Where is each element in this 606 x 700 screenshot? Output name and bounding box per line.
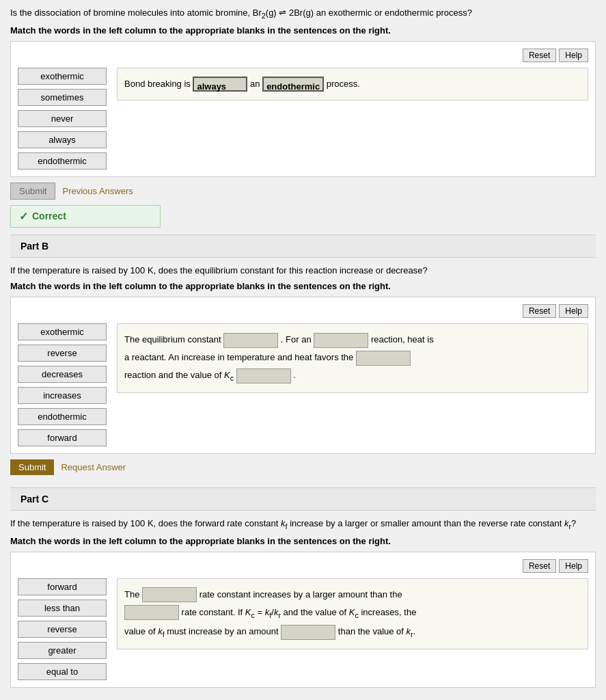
part-c-reset-button[interactable]: Reset	[523, 559, 556, 573]
part-b-blank-2[interactable]	[314, 333, 368, 348]
part-b-body: If the temperature is raised by 100 K, d…	[10, 258, 596, 487]
part-a-submit-button[interactable]: Submit	[10, 183, 55, 200]
word-always-a[interactable]: always	[18, 131, 107, 148]
part-b-word-list: exothermic reverse decreases increases e…	[18, 323, 107, 446]
part-c-sentence-block: The rate constant increases by a larger …	[117, 578, 588, 650]
part-c-sentence-area: The rate constant increases by a larger …	[117, 578, 588, 650]
part-b-content: exothermic reverse decreases increases e…	[18, 323, 588, 446]
part-c-question: If the temperature is raised by 100 K, d…	[10, 517, 596, 532]
part-a-sentence-area: Bond breaking is always an endothermic p…	[117, 68, 588, 100]
word-endothermic-a[interactable]: endothermic	[18, 152, 107, 170]
part-c-content: forward less than reverse greater equal …	[18, 578, 588, 680]
part-b-sentence-block: The equilibrium constant . For an reacti…	[117, 323, 588, 393]
part-b-question: If the temperature is raised by 100 K, d…	[10, 265, 596, 277]
part-b-instruction: Match the words in the left column to th…	[10, 281, 596, 291]
part-c-blank-1[interactable]	[142, 587, 197, 602]
part-c-drag-drop-box: Reset Help forward less than reverse gre…	[10, 552, 596, 688]
part-c-body: If the temperature is raised by 100 K, d…	[10, 511, 596, 700]
question-header: Is the dissociation of bromine molecules…	[10, 7, 596, 21]
word-exothermic-b[interactable]: exothermic	[18, 323, 107, 340]
part-b-request-answer-link[interactable]: Request Answer	[61, 462, 126, 472]
part-a-submit-row: Submit Previous Answers	[10, 183, 596, 200]
part-c-instruction: Match the words in the left column to th…	[10, 536, 596, 546]
part-c-header: Part C	[10, 487, 596, 511]
part-c-blank-3[interactable]	[281, 625, 335, 640]
word-equal-to-c[interactable]: equal to	[18, 663, 107, 680]
part-a-reset-button[interactable]: Reset	[523, 49, 556, 62]
part-b-header: Part B	[10, 234, 596, 258]
page-container: Is the dissociation of bromine molecules…	[0, 0, 606, 700]
part-c-label: Part C	[20, 494, 49, 504]
part-a-content: exothermic sometimes never always endoth…	[18, 68, 588, 170]
word-sometimes-a[interactable]: sometimes	[18, 89, 107, 106]
word-less-than-c[interactable]: less than	[18, 600, 107, 617]
word-reverse-b[interactable]: reverse	[18, 345, 107, 362]
part-a-instruction: Match the words in the left column to th…	[10, 25, 596, 36]
word-endothermic-b[interactable]: endothermic	[18, 408, 107, 425]
word-exothermic-a[interactable]: exothermic	[18, 68, 107, 85]
part-b-submit-button[interactable]: Submit	[10, 459, 54, 475]
part-b-blank-4[interactable]	[236, 368, 291, 383]
part-a-blank-1[interactable]: always	[193, 77, 247, 92]
word-forward-c[interactable]: forward	[18, 578, 107, 595]
word-reverse-c[interactable]: reverse	[18, 621, 107, 638]
word-greater-c[interactable]: greater	[18, 642, 107, 659]
part-a-previous-answers-link[interactable]: Previous Answers	[62, 186, 133, 196]
part-b-blank-3[interactable]	[356, 351, 411, 366]
part-c-help-button[interactable]: Help	[559, 559, 588, 573]
part-a-word-list: exothermic sometimes never always endoth…	[18, 68, 107, 170]
part-a-toolbar: Reset Help	[18, 49, 588, 62]
word-never-a[interactable]: never	[18, 110, 107, 127]
part-b-reset-button[interactable]: Reset	[523, 304, 556, 318]
part-a-help-button[interactable]: Help	[559, 49, 588, 62]
correct-label: Correct	[32, 211, 66, 221]
part-b-label: Part B	[20, 241, 49, 252]
word-forward-b[interactable]: forward	[18, 429, 107, 446]
word-increases-b[interactable]: increases	[18, 387, 107, 404]
part-c-blank-2[interactable]	[124, 605, 179, 620]
part-a-correct-badge: ✓ Correct	[10, 205, 161, 228]
part-c-word-list: forward less than reverse greater equal …	[18, 578, 107, 680]
checkmark-icon: ✓	[19, 210, 28, 223]
part-b-submit-row: Submit Request Answer	[10, 459, 596, 475]
part-a-drag-drop-box: Reset Help exothermic sometimes never al…	[10, 41, 596, 177]
part-a-sentence-block: Bond breaking is always an endothermic p…	[117, 68, 588, 100]
word-decreases-b[interactable]: decreases	[18, 366, 107, 383]
part-b-toolbar: Reset Help	[18, 304, 588, 318]
part-b-blank-1[interactable]	[223, 333, 278, 348]
part-a-blank-2[interactable]: endothermic	[262, 77, 324, 92]
part-b-help-button[interactable]: Help	[559, 304, 588, 318]
part-b-sentence-area: The equilibrium constant . For an reacti…	[117, 323, 588, 393]
part-c-toolbar: Reset Help	[18, 559, 588, 573]
part-b-drag-drop-box: Reset Help exothermic reverse decreases …	[10, 297, 596, 454]
